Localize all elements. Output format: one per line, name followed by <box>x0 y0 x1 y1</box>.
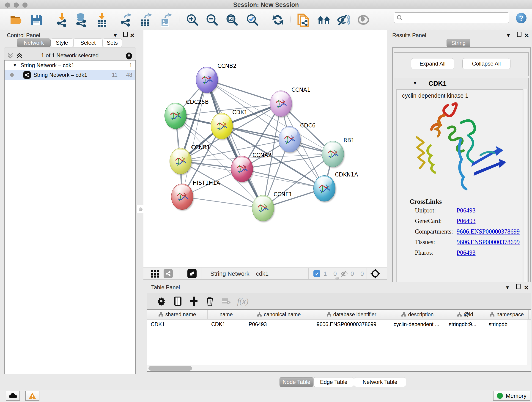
tab-edge-table[interactable]: Edge Table <box>313 377 354 387</box>
zoom-out-icon[interactable] <box>206 13 219 27</box>
table-hscroll-thumb[interactable] <box>148 366 192 370</box>
horizontal-splitter-handle[interactable] <box>336 277 339 280</box>
table-row[interactable]: CDK1CDK1P064939606.ENSP00000378699cyclin… <box>147 319 531 329</box>
tab-style[interactable]: Style <box>51 38 73 47</box>
table-hscrollbar[interactable] <box>147 365 531 371</box>
table-cell[interactable]: stringdb <box>485 319 529 329</box>
network-node-cdc6[interactable] <box>279 126 301 153</box>
network-node-ccnb1[interactable] <box>170 148 191 174</box>
column-header-database-identifier[interactable]: database identifier <box>313 310 390 319</box>
network-node-ccna1[interactable] <box>270 90 292 117</box>
table-cell[interactable]: stringdb:9... <box>445 319 485 329</box>
crosslink-link[interactable]: P06493 <box>457 249 476 256</box>
zoom-in-icon[interactable] <box>186 13 199 27</box>
refresh-icon[interactable] <box>271 13 285 27</box>
create-column-icon[interactable] <box>188 295 200 307</box>
network-view-title: String Network – cdk1 <box>210 270 268 277</box>
selected-checkbox-icon[interactable] <box>313 270 320 277</box>
table-cell[interactable]: P06493 <box>245 319 313 329</box>
table-cell[interactable]: CDK1 <box>208 319 245 329</box>
hidden-eye-icon[interactable] <box>340 270 349 279</box>
open-in-window-icon[interactable] <box>187 269 196 278</box>
save-session-icon[interactable] <box>30 13 43 27</box>
show-all-icon[interactable] <box>357 13 370 27</box>
expand-all-button[interactable]: Expand All <box>411 58 454 69</box>
network-node-cdc25b[interactable] <box>165 103 186 129</box>
crosslink-link[interactable]: P06493 <box>457 207 476 214</box>
export-table-icon[interactable] <box>139 13 152 27</box>
network-options-gear-icon[interactable] <box>125 51 133 61</box>
column-header-shared-name[interactable]: shared name <box>147 310 208 319</box>
network-node-hist1h1a[interactable] <box>171 184 193 210</box>
table-cell[interactable]: CDK1 <box>147 319 208 329</box>
network-node-cdkn1a[interactable] <box>313 175 336 201</box>
left-splitter[interactable] <box>138 30 143 390</box>
results-panel-float-button[interactable] <box>517 32 521 38</box>
help-icon[interactable]: ? <box>516 13 526 23</box>
results-panel-menu-button[interactable]: ▼ <box>506 32 511 38</box>
table-panel-close-button[interactable]: ✕ <box>524 284 529 291</box>
cloud-status-button[interactable] <box>6 391 20 401</box>
table-vscrollbar[interactable] <box>527 319 531 365</box>
hide-selected-icon[interactable] <box>337 13 350 27</box>
memory-button[interactable]: Memory <box>493 391 530 401</box>
search-input[interactable] <box>394 12 509 23</box>
tab-node-table[interactable]: Node Table <box>279 377 313 387</box>
import-network-database-icon[interactable] <box>75 13 88 27</box>
network-collection-row[interactable]: ▼ String Network – cdk1 1 <box>5 61 135 70</box>
tab-network[interactable]: Network <box>17 38 51 47</box>
tab-string-results[interactable]: String <box>447 39 470 47</box>
tab-select[interactable]: Select <box>73 38 103 47</box>
open-session-icon[interactable] <box>9 13 23 27</box>
network-row-selected[interactable]: String Network – cdk1 11 48 <box>5 70 135 80</box>
network-canvas[interactable]: CCNB2 CCNA1 CDC25B CDK1 CDC6 RB1 CCNB1 C… <box>143 30 387 267</box>
network-node-ccne1[interactable] <box>252 195 274 221</box>
table-cell[interactable]: cyclin-dependent ... <box>390 319 445 329</box>
column-header-name[interactable]: name <box>208 310 245 319</box>
export-network-icon[interactable] <box>119 13 133 27</box>
show-columns-icon[interactable] <box>172 295 184 307</box>
delete-column-icon[interactable] <box>204 295 216 307</box>
clone-network-icon[interactable] <box>297 13 310 27</box>
collection-expand-arrow-icon[interactable]: ▼ <box>13 63 17 68</box>
export-image-icon[interactable] <box>159 13 172 27</box>
column-header-namespace[interactable]: namespace <box>485 310 529 319</box>
table-options-gear-icon[interactable] <box>155 295 167 307</box>
collapse-all-button[interactable]: Collapse All <box>462 58 510 69</box>
crosslink-link[interactable]: 9606.ENSP00000378699 <box>457 239 520 246</box>
main-toolbar: ? <box>0 9 532 30</box>
column-header--id[interactable]: @id <box>445 310 485 319</box>
search-input-field[interactable] <box>403 14 509 21</box>
network-share-icon[interactable] <box>164 269 173 278</box>
column-header-description[interactable]: description <box>390 310 445 319</box>
birdseye-grid-icon[interactable] <box>151 269 160 279</box>
control-panel-close-button[interactable]: ✕ <box>130 32 135 39</box>
string-home-icon[interactable] <box>317 13 330 27</box>
network-node-rb1[interactable] <box>322 141 344 167</box>
import-table-file-icon[interactable] <box>95 13 109 27</box>
collapse-all-networks-icon[interactable] <box>7 52 14 60</box>
table-cell[interactable]: 9606.ENSP00000378699 <box>313 319 390 329</box>
control-panel-float-button[interactable] <box>123 32 128 38</box>
network-node-cdk1[interactable] <box>211 113 233 139</box>
left-splitter-handle[interactable] <box>137 205 144 213</box>
tab-network-table[interactable]: Network Table <box>354 377 406 387</box>
network-node-ccna2[interactable] <box>231 156 253 182</box>
results-scrollbar[interactable] <box>524 89 527 293</box>
column-header-canonical-name[interactable]: canonical name <box>245 310 313 319</box>
zoom-selected-icon[interactable] <box>246 13 259 27</box>
control-panel-menu-button[interactable]: ▼ <box>113 32 118 38</box>
tab-sets[interactable]: Sets <box>103 38 122 47</box>
results-panel-close-button[interactable]: ✕ <box>524 32 529 39</box>
fit-selected-crosshair-icon[interactable] <box>370 269 380 280</box>
network-node-ccnb2[interactable] <box>196 67 218 93</box>
crosslink-link[interactable]: 9606.ENSP00000378699 <box>457 228 520 235</box>
import-network-file-icon[interactable] <box>55 13 69 27</box>
warning-status-button[interactable] <box>25 391 39 401</box>
table-panel-menu-button[interactable]: ▼ <box>505 285 510 291</box>
crosslink-link[interactable]: P06493 <box>457 217 476 225</box>
zoom-fit-icon[interactable] <box>225 13 239 27</box>
gene-collapse-arrow-icon[interactable]: ▼ <box>413 81 417 86</box>
table-panel-float-button[interactable] <box>516 284 520 291</box>
expand-all-networks-icon[interactable] <box>16 52 23 60</box>
